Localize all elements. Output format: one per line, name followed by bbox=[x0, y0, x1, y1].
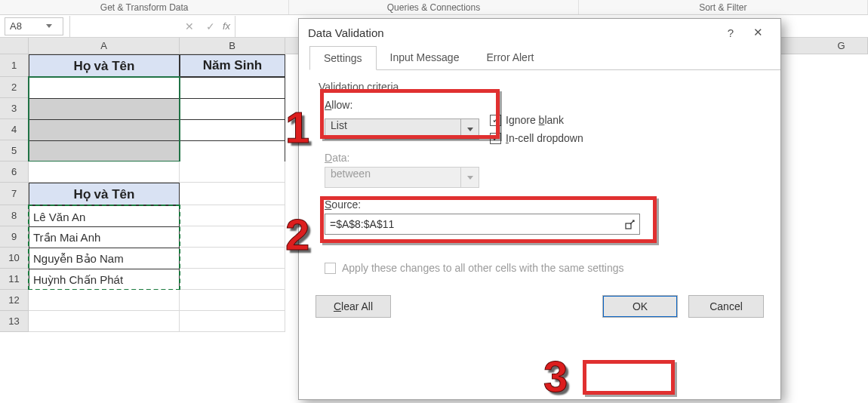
cell[interactable] bbox=[180, 205, 285, 226]
incell-dropdown-label: In-cell dropdown bbox=[506, 132, 583, 144]
close-icon[interactable]: ✕ bbox=[744, 22, 771, 43]
ribbon-group: Sort & Filter bbox=[579, 0, 868, 14]
cell[interactable] bbox=[180, 162, 285, 183]
source-label: Source: bbox=[325, 198, 761, 211]
row-header[interactable]: 12 bbox=[0, 290, 29, 311]
cancel-button[interactable]: Cancel bbox=[688, 295, 764, 318]
cell[interactable] bbox=[180, 226, 285, 248]
cell-b4[interactable] bbox=[180, 119, 285, 142]
row-header[interactable]: 1 bbox=[0, 54, 29, 77]
cell-a3[interactable] bbox=[29, 98, 180, 121]
row-header[interactable]: 11 bbox=[0, 269, 29, 290]
ok-button[interactable]: OK bbox=[602, 295, 678, 318]
column-header-a[interactable]: A bbox=[29, 38, 180, 54]
cell-b5[interactable] bbox=[180, 140, 285, 163]
data-dropdown: between bbox=[325, 167, 479, 188]
row-header[interactable]: 10 bbox=[0, 248, 29, 269]
row-header[interactable]: 5 bbox=[0, 140, 29, 162]
data-value: between bbox=[325, 168, 460, 187]
cell-a9[interactable]: Trần Mai Anh bbox=[29, 226, 180, 249]
chevron-down-icon bbox=[460, 168, 479, 187]
row-header[interactable]: 2 bbox=[0, 77, 29, 98]
allow-value: List bbox=[325, 119, 460, 139]
divider bbox=[69, 16, 70, 37]
annotation-box-3 bbox=[583, 360, 675, 395]
name-box[interactable]: A8 bbox=[5, 17, 63, 35]
cell[interactable] bbox=[180, 183, 285, 205]
column-header-g[interactable]: G bbox=[815, 38, 868, 54]
row-header[interactable]: 4 bbox=[0, 119, 29, 140]
tab-input-message[interactable]: Input Message bbox=[377, 46, 473, 69]
ignore-blank-label: Ignore blank bbox=[506, 114, 564, 126]
svg-rect-0 bbox=[626, 223, 631, 229]
source-field[interactable] bbox=[325, 218, 621, 230]
chevron-down-icon[interactable] bbox=[46, 24, 58, 28]
row-header[interactable]: 7 bbox=[0, 183, 29, 205]
cell-b3[interactable] bbox=[180, 98, 285, 121]
tab-settings[interactable]: Settings bbox=[309, 46, 377, 70]
row-header[interactable]: 3 bbox=[0, 98, 29, 119]
cell-a4[interactable] bbox=[29, 119, 180, 142]
cell[interactable] bbox=[180, 248, 285, 269]
source-input[interactable] bbox=[325, 214, 640, 235]
divider bbox=[235, 16, 235, 37]
row-header[interactable]: 9 bbox=[0, 226, 29, 248]
cell[interactable] bbox=[29, 290, 180, 311]
dialog-body: Validation criteria Allow: List ✓ Ignore… bbox=[299, 70, 780, 295]
row-header[interactable]: 8 bbox=[0, 205, 29, 226]
fx-icon[interactable]: fx bbox=[223, 20, 230, 32]
row-header[interactable]: 6 bbox=[0, 162, 29, 183]
cell-a5[interactable] bbox=[29, 140, 180, 163]
criteria-label: Validation criteria bbox=[319, 81, 761, 93]
chevron-down-icon[interactable] bbox=[460, 119, 479, 139]
cell-a7[interactable]: Họ và Tên bbox=[29, 183, 180, 205]
cell[interactable] bbox=[180, 311, 285, 332]
apply-all-checkbox: Apply these changes to all other cells w… bbox=[325, 262, 761, 274]
ribbon-group: Get & Transform Data bbox=[0, 0, 289, 14]
formula-cancel-icon[interactable]: ✕ bbox=[179, 17, 200, 35]
cell[interactable] bbox=[180, 290, 285, 311]
clear-all-button[interactable]: Clear All bbox=[315, 295, 391, 318]
apply-all-label: Apply these changes to all other cells w… bbox=[342, 262, 624, 274]
help-icon[interactable]: ? bbox=[717, 22, 744, 43]
cell-a1[interactable]: Họ và Tên bbox=[29, 54, 180, 77]
range-picker-icon[interactable] bbox=[621, 214, 639, 234]
column-header-b[interactable]: B bbox=[180, 38, 285, 54]
cell-b1[interactable]: Năm Sinh bbox=[180, 54, 285, 77]
cell[interactable] bbox=[29, 311, 180, 332]
ribbon-group-bar: Get & Transform Data Queries & Connectio… bbox=[0, 0, 868, 15]
cell-a2[interactable] bbox=[29, 77, 180, 100]
ribbon-group: Queries & Connections bbox=[289, 0, 578, 14]
cell-a8[interactable]: Lê Văn An bbox=[29, 205, 180, 228]
row-header[interactable]: 13 bbox=[0, 311, 29, 332]
dialog-buttons: Clear All OK Cancel bbox=[299, 295, 780, 328]
cell[interactable] bbox=[29, 162, 180, 183]
cell-b2[interactable] bbox=[180, 77, 285, 100]
dialog-tabs: Settings Input Message Error Alert bbox=[309, 46, 780, 70]
cell-a11[interactable]: Huỳnh Chấn Phát bbox=[29, 269, 180, 291]
cell-a10[interactable]: Nguyễn Bảo Nam bbox=[29, 248, 180, 270]
ignore-blank-checkbox[interactable]: ✓ Ignore blank bbox=[490, 114, 583, 126]
formula-enter-icon[interactable]: ✓ bbox=[200, 17, 221, 35]
select-all-corner[interactable] bbox=[0, 38, 29, 54]
allow-label: Allow: bbox=[325, 99, 761, 111]
allow-dropdown[interactable]: List bbox=[325, 118, 479, 140]
tab-error-alert[interactable]: Error Alert bbox=[472, 46, 547, 69]
dialog-title: Data Validation bbox=[308, 26, 717, 39]
dialog-titlebar[interactable]: Data Validation ? ✕ bbox=[299, 19, 780, 46]
data-validation-dialog: Data Validation ? ✕ Settings Input Messa… bbox=[298, 18, 781, 400]
name-box-value: A8 bbox=[10, 20, 22, 32]
cell[interactable] bbox=[180, 269, 285, 290]
incell-dropdown-checkbox[interactable]: ✓ In-cell dropdown bbox=[490, 132, 583, 144]
data-label: Data: bbox=[325, 152, 761, 164]
